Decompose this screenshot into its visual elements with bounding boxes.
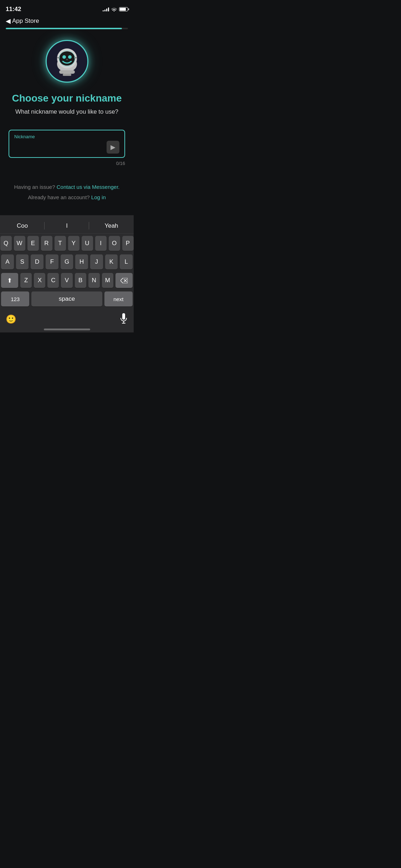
microphone-button[interactable] xyxy=(119,313,128,325)
signal-icon xyxy=(103,7,109,11)
key-g[interactable]: G xyxy=(61,254,73,269)
autocomplete-item-0[interactable]: Coo xyxy=(0,219,45,232)
svg-rect-10 xyxy=(63,74,71,76)
autocomplete-item-2[interactable]: Yeah xyxy=(89,219,134,232)
home-bar xyxy=(44,329,90,330)
send-button[interactable]: ▶ xyxy=(107,141,119,154)
numbers-key[interactable]: 123 xyxy=(1,291,29,306)
key-p[interactable]: P xyxy=(122,236,134,251)
key-s[interactable]: S xyxy=(16,254,29,269)
home-indicator xyxy=(0,326,134,332)
next-key[interactable]: next xyxy=(104,291,133,306)
key-m[interactable]: M xyxy=(102,273,113,288)
keyboard: Q W E R T Y U I O P A S D F G H J K L ⬆ … xyxy=(0,234,134,306)
progress-bar-fill xyxy=(6,28,122,29)
key-k[interactable]: K xyxy=(105,254,118,269)
issue-text: Having an issue? Contact us via Messenge… xyxy=(14,184,119,190)
key-row-3: ⬆ Z X C V B N M xyxy=(1,273,133,288)
delete-key[interactable] xyxy=(115,273,133,288)
key-n[interactable]: N xyxy=(88,273,100,288)
emoji-button[interactable]: 🙂 xyxy=(6,314,16,324)
progress-bar-track xyxy=(6,28,128,29)
svg-rect-14 xyxy=(122,313,125,320)
wifi-icon xyxy=(111,7,117,11)
key-row-2: A S D F G H J K L xyxy=(1,254,133,269)
key-f[interactable]: F xyxy=(46,254,58,269)
battery-icon xyxy=(119,7,128,11)
status-time: 11:42 xyxy=(6,6,21,13)
bottom-links: Having an issue? Contact us via Messenge… xyxy=(14,184,119,205)
shift-key[interactable]: ⬆ xyxy=(1,273,18,288)
key-e[interactable]: E xyxy=(27,236,39,251)
login-link[interactable]: Log in xyxy=(91,194,106,200)
key-l[interactable]: L xyxy=(120,254,133,269)
autocomplete-item-1[interactable]: I xyxy=(45,219,89,232)
avatar xyxy=(46,40,88,83)
status-bar: 11:42 xyxy=(0,0,134,16)
key-h[interactable]: H xyxy=(75,254,88,269)
account-text: Already have an account? Log in xyxy=(14,194,119,200)
key-b[interactable]: B xyxy=(75,273,86,288)
key-row-1: Q W E R T Y U I O P xyxy=(1,236,133,251)
key-o[interactable]: O xyxy=(109,236,120,251)
key-r[interactable]: R xyxy=(41,236,52,251)
key-row-4: 123 space next xyxy=(1,291,133,306)
key-d[interactable]: D xyxy=(31,254,43,269)
contact-link[interactable]: Contact us via Messenger. xyxy=(57,184,120,190)
svg-point-6 xyxy=(66,59,68,60)
key-x[interactable]: X xyxy=(34,273,45,288)
status-icons xyxy=(103,7,128,11)
key-w[interactable]: W xyxy=(14,236,25,251)
space-key[interactable]: space xyxy=(31,291,102,306)
main-content: Choose your nickname What nickname would… xyxy=(0,40,134,205)
page-title: Choose your nickname xyxy=(12,93,122,104)
svg-rect-9 xyxy=(59,70,75,74)
back-arrow-icon: ◀ xyxy=(6,17,11,25)
char-count: 0/16 xyxy=(9,161,125,166)
nav-bar: ◀ App Store xyxy=(0,16,134,28)
nickname-input-container: Nickname ▶ xyxy=(9,130,125,158)
nickname-input[interactable] xyxy=(14,144,107,151)
key-j[interactable]: J xyxy=(90,254,103,269)
progress-bar-container xyxy=(0,28,134,29)
bottom-accessory-bar: 🙂 xyxy=(0,310,134,326)
key-u[interactable]: U xyxy=(82,236,93,251)
svg-point-5 xyxy=(68,55,72,59)
back-button[interactable]: ◀ App Store xyxy=(6,17,39,25)
robot-icon xyxy=(49,43,85,79)
key-c[interactable]: C xyxy=(47,273,59,288)
page-subtitle: What nickname would you like to use? xyxy=(15,108,118,115)
key-i[interactable]: I xyxy=(95,236,107,251)
autocomplete-bar: Coo I Yeah xyxy=(0,218,134,234)
svg-point-4 xyxy=(62,55,66,59)
key-v[interactable]: V xyxy=(61,273,72,288)
key-a[interactable]: A xyxy=(1,254,14,269)
key-z[interactable]: Z xyxy=(20,273,32,288)
key-y[interactable]: Y xyxy=(68,236,79,251)
input-row: ▶ xyxy=(14,141,119,154)
send-arrow-icon: ▶ xyxy=(110,143,115,151)
key-q[interactable]: Q xyxy=(0,236,12,251)
keyboard-area: Coo I Yeah Q W E R T Y U I O P A S D F G… xyxy=(0,215,134,332)
nickname-label: Nickname xyxy=(14,134,119,139)
key-t[interactable]: T xyxy=(55,236,66,251)
back-label: App Store xyxy=(12,17,39,25)
